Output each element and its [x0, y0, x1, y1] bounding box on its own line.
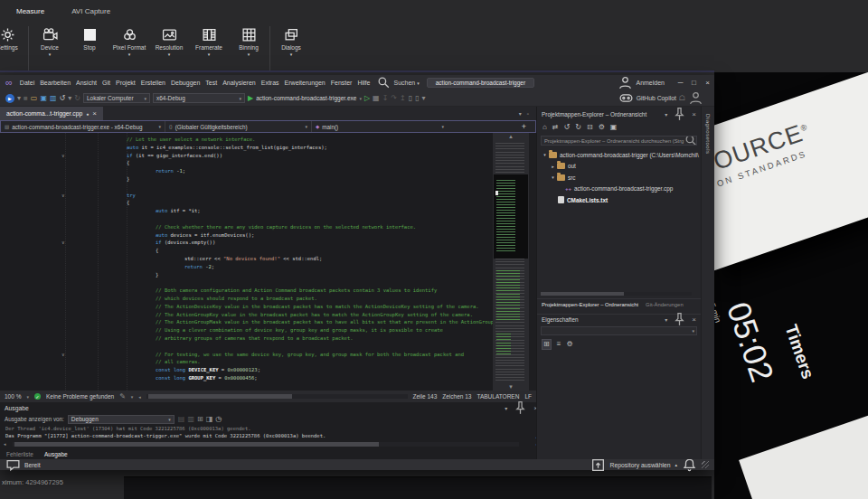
code-line[interactable]: const long DEVICE_KEY = 0x00000123;	[0, 366, 493, 374]
configuration-dropdown[interactable]: x64-Debug▾	[153, 93, 245, 103]
menu-test[interactable]: Test	[203, 80, 220, 86]
clock-icon[interactable]: ◷	[215, 415, 222, 424]
menu-analysieren[interactable]: Analysieren	[220, 80, 259, 86]
startup-item-label[interactable]: action-command-broadcast-trigger.exe	[256, 95, 356, 101]
code-line[interactable]	[0, 278, 493, 287]
capture-tab-measure[interactable]: Measure	[14, 6, 46, 16]
alphabetical-icon[interactable]: ≡	[557, 340, 561, 349]
menu-git[interactable]: Git	[99, 80, 113, 86]
code-line[interactable]: }	[0, 175, 493, 184]
code-line[interactable]: }	[0, 271, 493, 279]
chevron-down-icon[interactable]: ▾	[519, 110, 522, 117]
code-line[interactable]: // which devices should respond to a bro…	[0, 295, 493, 303]
code-line[interactable]: {	[0, 159, 493, 167]
caret-down-icon[interactable]: ▾	[422, 94, 426, 103]
code-line[interactable]	[0, 343, 493, 351]
save-icon[interactable]: ▣	[40, 94, 47, 103]
eol-indicator[interactable]: LF	[524, 393, 532, 400]
dock-tab-ordneransicht[interactable]: Projektmappen-Explorer – Ordneransicht	[542, 302, 638, 307]
code-line[interactable]: // Both camera configuration and Action …	[0, 287, 493, 295]
stop-dim-icon[interactable]: ■	[24, 94, 28, 103]
code-line[interactable]: // Check whether there are any video cap…	[0, 223, 493, 231]
close-panel-icon[interactable]: ×	[692, 110, 696, 118]
output-source-dropdown[interactable]: Debuggen▾	[68, 415, 175, 424]
menu-fenster[interactable]: Fenster	[328, 80, 355, 86]
solution-explorer-header[interactable]: Projektmappen-Explorer – Ordneransicht ▾…	[537, 108, 701, 119]
project-dropdown[interactable]: ▤ action-command-broadcast-trigger.exe -…	[1, 121, 165, 132]
solution-explorer-search-input[interactable]: Projektmappen-Explorer – Ordneransicht d…	[541, 136, 697, 146]
maximize-button[interactable]: □	[687, 79, 701, 87]
properties-header[interactable]: Eigenschaften ▾ ×	[537, 314, 701, 325]
code-line[interactable]: // Using a clever combination of device …	[0, 326, 493, 334]
export-icon[interactable]: ◨	[206, 415, 213, 424]
code-line[interactable]: ∨try	[0, 192, 493, 200]
code-line[interactable]: {	[0, 247, 493, 255]
dock-tab-git[interactable]: Git-Änderungen	[646, 302, 684, 307]
messages-icon[interactable]: ⊞	[197, 415, 203, 424]
properties-icon[interactable]: ⚙	[599, 123, 605, 132]
bookmark-icon[interactable]: ▯	[409, 94, 412, 103]
tree-expander-icon[interactable]: ▸	[550, 164, 556, 169]
code-line[interactable]: // The ActionGroupKey value in the broad…	[0, 311, 493, 319]
scroll-left-icon[interactable]: ◂	[138, 392, 141, 401]
fold-marker-icon[interactable]: ∨	[61, 239, 65, 247]
menu-hilfe[interactable]: Hilfe	[354, 80, 373, 86]
capture-button-camera[interactable]: Device▾	[30, 24, 70, 57]
menu-extras[interactable]: Extras	[259, 80, 282, 86]
code-line[interactable]: ∨if (it == gige_interfaces.end())	[0, 152, 493, 160]
code-line[interactable]: // The ActionDeviceKey value in the broa…	[0, 303, 493, 311]
open-folder-icon[interactable]: ▭	[31, 94, 38, 103]
tree-horizontal-scrollbar[interactable]	[541, 292, 692, 296]
fold-marker-icon[interactable]: ∨	[61, 192, 65, 200]
chevron-down-icon[interactable]: ▾	[665, 316, 667, 323]
start-debugging-icon[interactable]: ▶	[248, 94, 253, 102]
tabs-mode-indicator[interactable]: TABULATOREN	[476, 393, 519, 400]
scrollbar-thumb[interactable]	[148, 394, 292, 399]
select-repository-button[interactable]: Repository auswählen	[610, 462, 671, 468]
bookmark-next-icon[interactable]: ▯	[415, 94, 419, 103]
tree-item[interactable]: ++action-command-broadcast-trigger.cpp	[537, 184, 701, 195]
minimap-scrollbar[interactable]: ▲ ▼	[493, 133, 529, 391]
tree-expander-icon[interactable]: ▾	[550, 174, 556, 180]
home-icon[interactable]: ⌂	[542, 123, 547, 132]
chevron-down-icon[interactable]: ▾	[665, 111, 667, 118]
github-copilot-button[interactable]: GitHub Copilot ☖	[618, 90, 709, 106]
editor-tab-active[interactable]: action-comma...t-trigger.cpp ● ×	[0, 107, 103, 120]
property-pages-icon[interactable]: ⚙	[566, 340, 572, 349]
code-line[interactable]: // arbitrary groups of cameras that resp…	[0, 334, 493, 343]
menu-erweiterungen[interactable]: Erweiterungen	[282, 80, 328, 86]
code-line[interactable]	[0, 184, 493, 192]
problems-status[interactable]: Keine Probleme gefunden	[46, 393, 114, 400]
code-line[interactable]	[0, 215, 493, 223]
close-panel-icon[interactable]: ×	[692, 315, 696, 324]
scroll-down-icon[interactable]: ▼	[493, 384, 529, 390]
pin-icon[interactable]	[672, 107, 687, 122]
pin-icon[interactable]	[672, 312, 687, 327]
tree-item[interactable]: ▾action-command-broadcast-trigger (C:\Us…	[537, 149, 701, 161]
caret-down-icon[interactable]: ▾	[17, 94, 21, 103]
capture-button-frame[interactable]: Framerate▾	[189, 24, 229, 57]
capture-button-pixfmt[interactable]: Pixel Format▾	[109, 24, 149, 57]
close-tab-icon[interactable]: ×	[92, 109, 97, 118]
refresh-icon[interactable]: ↻	[575, 123, 581, 132]
menu-bearbeiten[interactable]: Bearbeiten	[37, 80, 73, 86]
resize-grip[interactable]	[702, 461, 709, 468]
scope-dropdown[interactable]: {} (Globaler Gültigkeitsbereich) ▾	[165, 121, 312, 132]
code-line[interactable]: auto itf = *it;	[0, 207, 493, 215]
capture-button-res[interactable]: Resolution▾	[149, 24, 189, 57]
code-line[interactable]: ∨// For testing, we use the same device …	[0, 351, 493, 359]
tree-expander-icon[interactable]: ▾	[542, 152, 548, 157]
code-editor[interactable]: // Let the user select a network interfa…	[0, 133, 493, 391]
code-line[interactable]: // Let the user select a network interfa…	[0, 136, 493, 144]
fold-marker-icon[interactable]: ∨	[61, 152, 65, 160]
step-into-icon[interactable]: ↧	[382, 94, 389, 103]
capture-button-bin[interactable]: Binning▾	[229, 24, 269, 57]
continue-icon[interactable]: ▶	[5, 94, 14, 103]
chevron-down-icon[interactable]: ▾	[505, 405, 507, 411]
zoom-level-dropdown[interactable]: 100 %	[5, 393, 21, 400]
code-line[interactable]: return -1;	[0, 167, 493, 175]
code-line[interactable]: auto it = ic4_examples::console::select_…	[0, 144, 493, 152]
code-line[interactable]: auto devices = itf.enumDevices();	[0, 231, 493, 240]
capture-button-stop[interactable]: Stop	[70, 24, 109, 57]
person-icon[interactable]	[688, 90, 703, 106]
